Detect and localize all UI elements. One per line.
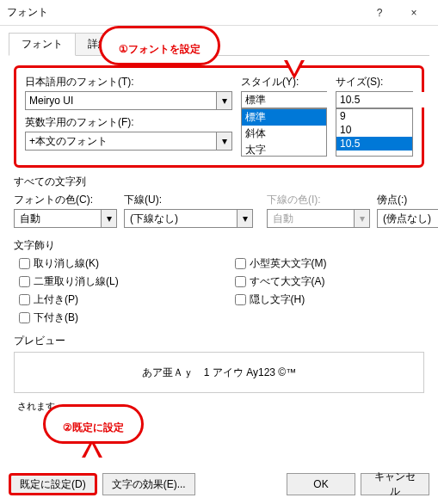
checkbox[interactable] [235,276,246,287]
underline-color-label: 下線の色(I): [267,193,370,207]
decoration-label: 文字飾り [14,238,424,253]
list-item[interactable]: 10.5 [336,137,412,151]
close-button[interactable]: × [397,1,431,25]
decoration-checks: 取り消し線(K) 小型英大文字(M) 二重取り消し線(L) すべて大文字(A) … [19,256,424,325]
en-font-input[interactable] [26,132,216,150]
check-smallcaps[interactable]: 小型英大文字(M) [235,256,425,271]
jp-font-combo[interactable]: ▾ [25,91,232,110]
preview-label: プレビュー [14,334,424,348]
checkbox[interactable] [19,276,30,287]
check-dblstrike[interactable]: 二重取り消し線(L) [19,274,209,289]
emphasis-value: (傍点なし) [378,210,438,227]
font-color-label: フォントの色(C): [14,193,117,207]
check-sub[interactable]: 下付き(B) [19,310,209,325]
ok-button[interactable]: OK [287,473,355,495]
callout-2: ②既定に設定 [43,404,144,444]
emphasis-label: 傍点(:) [377,193,438,207]
check-hidden[interactable]: 隠し文字(H) [235,292,425,307]
titlebar: フォント ? × [0,0,438,26]
list-item[interactable]: 斜体 [242,126,326,142]
style-input-box[interactable] [241,91,327,108]
font-selection-group: 日本語用のフォント(T): ▾ 英数字用のフォント(F): ▾ スタイル(Y):… [14,65,424,168]
set-default-button[interactable]: 既定に設定(D) [9,473,97,495]
tab-font[interactable]: フォント [9,33,76,56]
checkbox[interactable] [235,294,246,305]
check-allcaps[interactable]: すべて大文字(A) [235,274,425,289]
check-strike[interactable]: 取り消し線(K) [19,256,209,271]
chevron-down-icon[interactable]: ▾ [101,210,116,227]
size-listbox[interactable]: 9 10 10.5 [336,108,413,157]
font-color-combo[interactable]: 自動 ▾ [14,209,117,228]
check-super[interactable]: 上付き(P) [19,292,209,307]
text-effects-button[interactable]: 文字の効果(E)... [102,473,195,495]
content-area: 日本語用のフォント(T): ▾ 英数字用のフォント(F): ▾ スタイル(Y):… [0,57,438,435]
chevron-down-icon[interactable]: ▾ [237,210,252,227]
jp-font-label: 日本語用のフォント(T): [25,75,232,89]
cancel-button[interactable]: キャンセル [361,473,429,495]
all-text-label: すべての文字列 [14,175,424,189]
en-font-combo[interactable]: ▾ [25,132,232,151]
font-color-value: 自動 [15,210,101,227]
jp-font-input[interactable] [26,92,216,109]
help-button[interactable]: ? [362,1,397,25]
window-title: フォント [7,5,362,20]
callout-1-tail [284,60,305,79]
emphasis-combo[interactable]: (傍点なし) ▾ [377,209,438,228]
preview-box: あア亜Ａｙ 1 アイウ Ay123 ©™ [14,352,424,393]
size-input[interactable] [336,92,438,108]
chevron-down-icon[interactable]: ▾ [216,92,231,109]
preview-text: あア亜Ａｙ 1 アイウ Ay123 ©™ [142,366,296,380]
size-label: サイズ(S): [336,75,413,89]
style-listbox[interactable]: 標準 斜体 太字 [241,108,327,157]
chevron-down-icon[interactable]: ▾ [216,132,231,150]
size-input-box[interactable] [336,91,413,108]
underline-combo[interactable]: (下線なし) ▾ [124,209,253,228]
list-item[interactable]: 9 [336,109,412,123]
en-font-label: 英数字用のフォント(F): [25,115,232,130]
chevron-down-icon: ▾ [354,210,369,227]
callout-1: ①フォントを設定 [99,26,220,65]
checkbox[interactable] [19,258,30,269]
checkbox[interactable] [19,312,30,323]
list-item[interactable]: 10 [336,123,412,137]
underline-color-value: 自動 [268,210,354,227]
checkbox[interactable] [235,258,246,269]
list-item[interactable]: 太字 [242,142,326,157]
underline-label: 下線(U): [124,193,253,207]
checkbox[interactable] [19,294,30,305]
list-item[interactable]: 標準 [242,109,326,126]
underline-value: (下線なし) [125,210,237,227]
underline-color-combo: 自動 ▾ [267,209,370,228]
button-bar: 既定に設定(D) 文字の効果(E)... OK キャンセル [9,473,429,495]
